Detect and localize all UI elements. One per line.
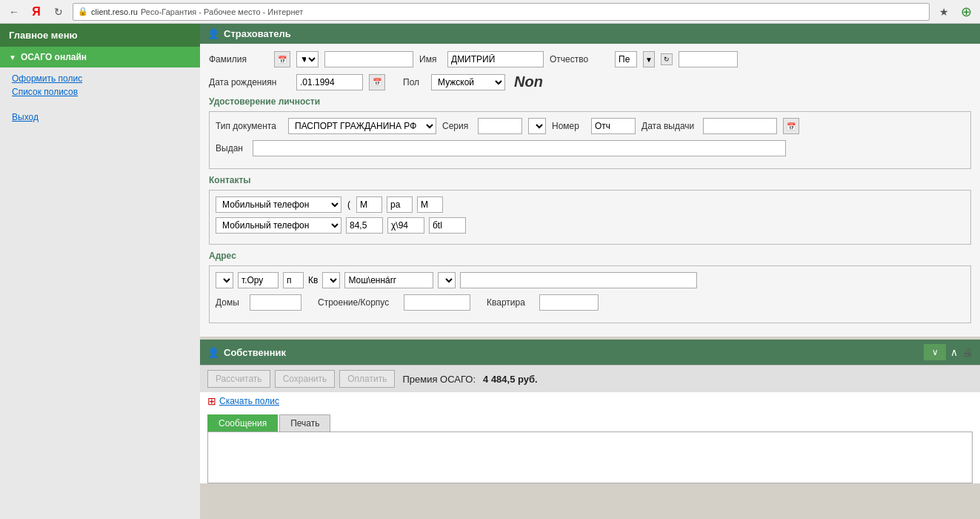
reso-icon: ⊕ <box>958 4 974 20</box>
pdf-icon: ⊞ <box>207 395 216 407</box>
phone1-part2[interactable] <box>387 196 413 213</box>
familiya-cal-btn[interactable]: 📅 <box>274 51 290 67</box>
pol-select[interactable]: Мужской Женский <box>431 74 505 90</box>
vydan-input[interactable] <box>253 140 786 156</box>
kvartira-input[interactable] <box>539 294 599 311</box>
dob-input[interactable] <box>296 74 363 90</box>
phone2-part2[interactable] <box>387 217 424 234</box>
otchestvo-input[interactable] <box>679 51 738 67</box>
tab-content-messages <box>207 432 973 483</box>
data-vydachi-cal-btn[interactable]: 📅 <box>783 118 799 134</box>
download-area: ⊞ Скачать полис <box>200 392 980 410</box>
phone1-part1[interactable] <box>356 196 382 213</box>
doc-row: Тип документа ПАСПОРТ ГРАЖДАНИНА РФ Сери… <box>216 118 964 134</box>
familiya-select[interactable]: ▼ <box>296 51 319 67</box>
kv-label: Кв <box>308 275 318 285</box>
url-text: client.reso.ru <box>91 7 138 16</box>
familiya-input[interactable] <box>324 51 413 67</box>
person-icon-strakhovatel: 👤 <box>207 28 219 39</box>
save-btn[interactable]: Сохранить <box>275 370 336 388</box>
city-input[interactable] <box>344 272 433 288</box>
phone1-type-select[interactable]: Мобильный телефон Домашний телефон Рабоч… <box>216 196 341 213</box>
sobstvennik-header: 👤 Собственник ∨ ∧ 🖨 <box>200 340 980 365</box>
premium-label: Премия ОСАГО: <box>402 374 476 385</box>
star-button[interactable]: ★ <box>936 4 952 20</box>
dob-label: Дата рождениян <box>209 77 290 87</box>
tab-print-btn[interactable]: Печать <box>279 414 330 432</box>
address-row1: ▼ Кв ▼ ▼ <box>216 272 964 288</box>
strakhovatel-body: Фамилия 📅 ▼ Имя Отчество ▼ ↻ Да <box>200 44 980 337</box>
seriya-label: Серия <box>442 121 472 131</box>
sobstvennik-print-btn[interactable]: 🖨 <box>962 346 973 358</box>
nomer-label: Номер <box>552 121 585 131</box>
calculate-btn[interactable]: Рассчитать <box>207 370 270 388</box>
domy-label: Домы <box>216 297 245 308</box>
otchestvo-prefix-input[interactable] <box>615 51 637 67</box>
sidebar-exit: Выход <box>0 103 200 131</box>
nomer-input[interactable] <box>591 118 636 134</box>
stroenie-input[interactable] <box>404 294 470 311</box>
otchestvo-label: Отчество <box>550 54 609 65</box>
phone1-paren: ( <box>347 199 350 210</box>
otchestvo-dropdown-btn[interactable]: ▼ <box>643 51 655 67</box>
main-menu-button[interactable]: Главное меню <box>0 24 200 47</box>
content-area: 👤 Страхователь Фамилия 📅 ▼ Имя Отчество <box>200 24 980 519</box>
back-button[interactable]: ← <box>6 4 22 20</box>
sobstvennik-collapse-btn[interactable]: ∧ <box>950 346 958 358</box>
seriya-input[interactable] <box>478 118 522 134</box>
strakhovatel-panel: 👤 Страхователь Фамилия 📅 ▼ Имя Отчество <box>200 24 980 337</box>
pay-btn[interactable]: Оплатить <box>339 370 395 388</box>
strakhovatel-header: 👤 Страхователь <box>200 24 980 44</box>
tip-doc-label: Тип документа <box>216 121 282 131</box>
adres-kv-select[interactable]: ▼ <box>322 272 340 288</box>
sidebar-link-issue[interactable]: Оформить полис <box>12 73 188 84</box>
yandex-logo: Я <box>28 4 44 20</box>
url-bar[interactable]: 🔒 client.reso.ru Ресо-Гарантия - Рабочее… <box>73 3 930 21</box>
imya-label: Имя <box>419 54 441 65</box>
lock-icon: 🔒 <box>78 7 88 16</box>
sobstvennik-scroll-down-btn[interactable]: ∨ <box>924 344 946 360</box>
familiya-label: Фамилия <box>209 54 268 65</box>
kvartira-label: Квартира <box>487 297 535 308</box>
phone2-part3[interactable] <box>429 217 466 234</box>
adres-type-select[interactable]: ▼ <box>216 272 233 288</box>
sobstvennik-panel: 👤 Собственник ∨ ∧ 🖨 Рассчитать Сохранить… <box>200 340 980 483</box>
data-vydachi-input[interactable] <box>703 118 777 134</box>
pol-label: Пол <box>403 77 425 87</box>
domy-input[interactable] <box>250 294 301 311</box>
udostoverenie-title: Удостоверение личности <box>209 96 971 107</box>
dob-cal-btn[interactable]: 📅 <box>369 74 385 90</box>
adres-title: Адрес <box>209 251 971 261</box>
page-title-bar: Ресо-Гарантия - Рабочее место - Интернет <box>141 7 303 16</box>
imya-input[interactable] <box>447 51 544 67</box>
sidebar-osago-item[interactable]: ▼ ОСАГО онлайн <box>0 47 200 67</box>
kontakty-section: Мобильный телефон Домашний телефон Рабоч… <box>209 190 971 245</box>
exit-link[interactable]: Выход <box>12 112 39 122</box>
bottom-action-bar: Рассчитать Сохранить Оплатить Премия ОСА… <box>200 365 980 392</box>
person-icon-sobstvennik: 👤 <box>207 347 219 358</box>
kontakty-title: Контакты <box>209 175 971 185</box>
sidebar-links: Оформить полис Список полисов <box>0 67 200 103</box>
name-row: Фамилия 📅 ▼ Имя Отчество ▼ ↻ <box>209 51 971 67</box>
sidebar-link-list[interactable]: Список полисов <box>12 87 188 97</box>
phone2-row: Мобильный телефон Домашний телефон Рабоч… <box>216 217 964 234</box>
refresh-button[interactable]: ↻ <box>50 4 67 20</box>
phone2-type-select[interactable]: Мобильный телефон Домашний телефон Рабоч… <box>216 217 341 234</box>
download-link[interactable]: Скачать полис <box>219 396 279 406</box>
tab-messages-btn[interactable]: Сообщения <box>207 414 278 432</box>
adres-field1[interactable] <box>283 272 304 288</box>
data-vydachi-label: Дата выдачи <box>641 121 697 131</box>
seriya-select[interactable]: ▼ <box>528 118 546 134</box>
address-row2: Домы Строение/Корпус Квартира <box>216 294 964 311</box>
phone1-part3[interactable] <box>417 196 443 213</box>
tip-doc-select[interactable]: ПАСПОРТ ГРАЖДАНИНА РФ <box>288 118 436 134</box>
udostoverenie-section: Тип документа ПАСПОРТ ГРАЖДАНИНА РФ Сери… <box>209 111 971 169</box>
adres-extra-input[interactable] <box>460 272 697 288</box>
dob-pol-row: Дата рождениян 📅 Пол Мужской Женский Non <box>209 73 971 90</box>
otchestvo-refresh-btn[interactable]: ↻ <box>661 53 673 65</box>
phone2-part1[interactable] <box>346 217 383 234</box>
stroenie-label: Строение/Корпус <box>318 297 399 308</box>
city-select[interactable]: ▼ <box>438 272 456 288</box>
adres-type-input[interactable] <box>238 272 279 288</box>
premium-amount: 4 484,5 руб. <box>483 374 538 385</box>
